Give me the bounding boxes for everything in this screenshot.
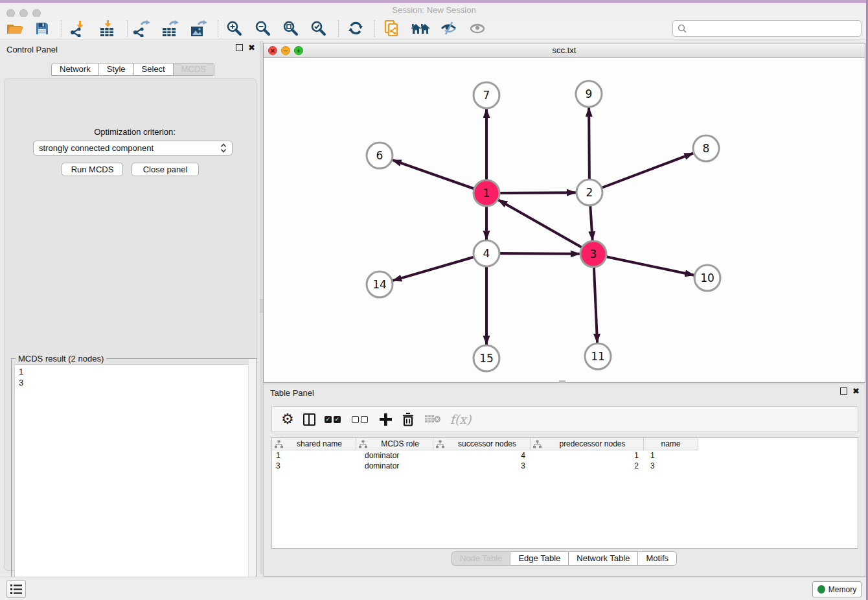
node-10[interactable]: 10 (694, 265, 720, 291)
zoom-in-icon (226, 20, 243, 37)
deselect-all-button[interactable] (352, 410, 370, 428)
clone-network-icon (383, 19, 401, 38)
cell-name[interactable]: 1 (644, 450, 698, 461)
memory-button[interactable]: Memory (812, 581, 862, 597)
add-column-button[interactable] (379, 410, 392, 428)
node-label: 8 (703, 142, 710, 155)
node-3[interactable]: 3 (580, 241, 606, 267)
zoom-fit-button[interactable] (280, 19, 302, 38)
column-header-predecessor-nodes[interactable]: predecessor nodes (531, 438, 644, 450)
optimization-criterion-select[interactable]: strongly connected component (33, 141, 233, 156)
table-row[interactable]: 3dominator323 (272, 461, 858, 471)
tab-node-table[interactable]: Node Table (451, 551, 511, 566)
cell-successor-nodes[interactable]: 3 (433, 461, 531, 471)
network-canvas[interactable]: 7968124314101511 (264, 58, 865, 382)
export-network-button[interactable] (130, 19, 152, 38)
show-panels-button[interactable] (466, 19, 488, 38)
cell-predecessor-nodes[interactable]: 1 (531, 450, 644, 461)
node-6[interactable]: 6 (367, 143, 393, 168)
export-image-button[interactable] (187, 19, 209, 38)
select-all-button[interactable]: ✓✓ (325, 410, 343, 428)
tab-select[interactable]: Select (134, 63, 174, 76)
network-maximize-button[interactable]: + (294, 46, 303, 55)
result-scrollbar[interactable] (248, 359, 257, 600)
tab-edge-table[interactable]: Edge Table (510, 551, 569, 566)
mcds-result-text[interactable]: 1 3 (14, 364, 254, 600)
node-11[interactable]: 11 (585, 343, 611, 369)
import-table-icon (98, 20, 115, 37)
cell-successor-nodes[interactable]: 4 (433, 450, 531, 461)
node-2[interactable]: 2 (577, 179, 602, 205)
search-input[interactable] (687, 24, 849, 34)
refresh-icon (347, 20, 364, 37)
cell-predecessor-nodes[interactable]: 2 (531, 461, 644, 471)
attribute-tree-icon (436, 440, 444, 448)
node-7[interactable]: 7 (474, 82, 499, 108)
cell-shared-name[interactable]: 1 (272, 450, 356, 461)
toolbar-separator (127, 20, 128, 37)
edge-4-3[interactable] (486, 253, 580, 254)
zoom-out-button[interactable] (252, 19, 274, 38)
cell-MCDS-role[interactable]: dominator (356, 461, 433, 471)
table-row[interactable]: 1dominator411 (272, 450, 858, 461)
task-history-button[interactable] (6, 580, 26, 598)
cell-MCDS-role[interactable]: dominator (356, 450, 433, 461)
edge-3-10[interactable] (593, 254, 694, 275)
tab-motifs[interactable]: Motifs (638, 551, 677, 566)
search-field[interactable] (672, 20, 862, 37)
delete-row-button[interactable] (401, 410, 415, 428)
apply-layout-button[interactable] (345, 19, 367, 38)
edge-2-8[interactable] (589, 153, 693, 192)
import-network-icon (69, 20, 86, 37)
home-button[interactable] (409, 19, 431, 38)
tab-network[interactable]: Network (51, 63, 99, 76)
function-builder-button[interactable]: f(x) (450, 410, 472, 428)
column-header-name[interactable]: name (644, 438, 698, 450)
node-8[interactable]: 8 (693, 135, 719, 161)
float-panel-icon[interactable] (236, 44, 243, 51)
attribute-tree-icon (275, 440, 283, 448)
edge-3-1[interactable] (498, 200, 593, 254)
cell-shared-name[interactable]: 3 (272, 461, 356, 471)
network-window-titlebar[interactable]: ✕ − + scc.txt (264, 43, 865, 58)
tab-mcds[interactable]: MCDS (174, 63, 214, 76)
import-table-button[interactable] (96, 19, 118, 38)
table-settings-button[interactable]: ⚙ (281, 410, 294, 428)
column-header-shared-name[interactable]: shared name (272, 438, 356, 450)
delete-column-button[interactable] (424, 410, 441, 428)
clone-network-button[interactable] (381, 19, 403, 38)
close-panel-button[interactable]: Close panel (131, 163, 199, 176)
column-header-successor-nodes[interactable]: successor nodes (433, 438, 531, 450)
network-close-button[interactable]: ✕ (268, 46, 277, 55)
import-network-button[interactable] (67, 19, 89, 38)
close-panel-icon[interactable]: ✖ (248, 44, 255, 51)
node-14[interactable]: 14 (367, 271, 393, 297)
run-mcds-button[interactable]: Run MCDS (62, 163, 123, 176)
save-session-button[interactable] (31, 19, 53, 38)
export-table-button[interactable] (159, 19, 181, 38)
tab-network-table[interactable]: Network Table (569, 551, 638, 566)
hide-panels-button[interactable] (438, 19, 460, 38)
mcds-result-box: MCDS result (2 nodes) 1 3 (11, 358, 257, 600)
edge-1-6[interactable] (393, 160, 486, 193)
table-body: 1dominator4113dominator323 (272, 450, 858, 471)
node-1[interactable]: 1 (474, 180, 499, 206)
network-minimize-button[interactable]: − (281, 46, 290, 55)
cell-name[interactable]: 3 (644, 461, 698, 471)
show-columns-button[interactable] (303, 410, 315, 428)
node-9[interactable]: 9 (576, 81, 602, 107)
node-4[interactable]: 4 (474, 240, 499, 266)
open-session-button[interactable] (4, 19, 26, 38)
export-network-icon (132, 20, 150, 37)
zoom-selected-button[interactable] (308, 19, 330, 38)
float-table-panel-icon[interactable] (840, 387, 847, 395)
node-table[interactable]: shared nameMCDS rolesuccessor nodesprede… (271, 437, 858, 549)
tab-style[interactable]: Style (99, 63, 134, 76)
node-15[interactable]: 15 (474, 345, 499, 371)
edge-4-14[interactable] (393, 253, 486, 281)
close-table-panel-icon[interactable]: ✖ (852, 387, 860, 395)
column-header-MCDS-role[interactable]: MCDS role (356, 438, 433, 450)
window-resize-grip[interactable] (559, 380, 565, 383)
network-graph[interactable]: 7968124314101511 (264, 58, 865, 382)
zoom-in-button[interactable] (223, 19, 246, 38)
